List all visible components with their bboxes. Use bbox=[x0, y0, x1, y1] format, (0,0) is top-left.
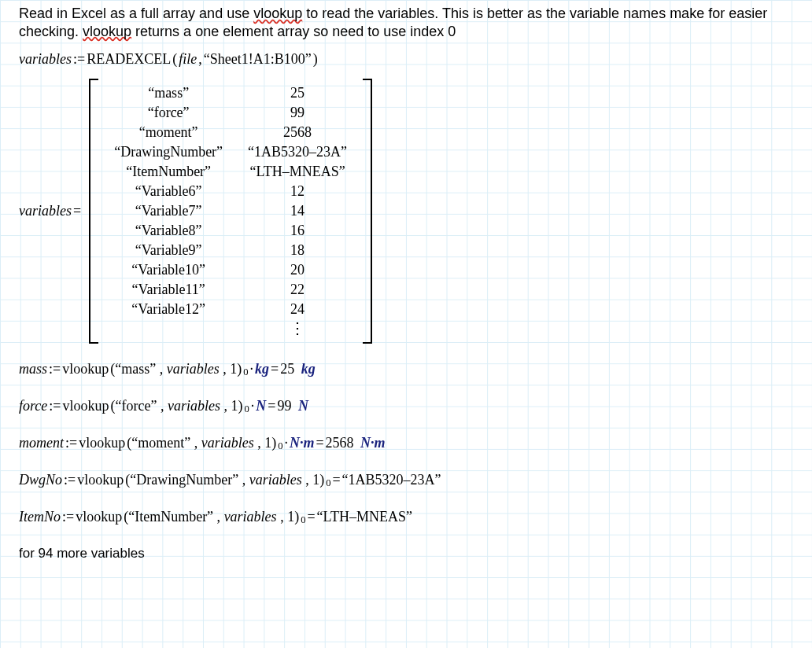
value: 99 bbox=[277, 398, 291, 414]
var-moment: moment bbox=[19, 435, 64, 451]
matrix-cell-value: 25 bbox=[235, 83, 360, 103]
subscript: 0 bbox=[243, 366, 248, 378]
region-dwgno[interactable]: DwgNo := vlookup (“DrawingNumber” , vari… bbox=[19, 472, 804, 488]
func-vlookup: vlookup bbox=[76, 509, 122, 525]
matrix-row: “Variable12”24 bbox=[102, 300, 360, 319]
unit-kg-result: kg bbox=[301, 361, 316, 377]
args: (“mass” , variables , 1) bbox=[110, 361, 242, 377]
args: (“moment” , variables , 1) bbox=[127, 435, 276, 451]
paren-close: ) bbox=[313, 51, 318, 68]
intro-part3: returns a one element array so need to u… bbox=[131, 24, 456, 39]
unit-n: N bbox=[256, 398, 266, 414]
args: (“ItemNumber” , variables , 1) bbox=[124, 509, 299, 525]
matrix-row: “DrawingNumber”“1AB5320–23A” bbox=[102, 142, 360, 162]
bracket-left bbox=[89, 79, 98, 344]
line-moment: moment := vlookup (“moment” , variables … bbox=[19, 435, 386, 451]
dot-op: · bbox=[251, 398, 255, 414]
matrix-row: “moment”2568 bbox=[102, 123, 360, 142]
region-mass[interactable]: mass := vlookup (“mass” , variables , 1)… bbox=[19, 361, 804, 377]
matrix-cell-name: “Variable9” bbox=[102, 241, 235, 260]
matrix-cell-value: 14 bbox=[235, 201, 360, 221]
worksheet-page: Read in Excel as a full array and use vl… bbox=[0, 0, 812, 569]
func-vlookup: vlookup bbox=[77, 472, 124, 488]
subscript: 0 bbox=[278, 440, 282, 452]
value: “1AB5320–23A” bbox=[342, 472, 441, 488]
spellcheck-word-2: vlookup bbox=[83, 24, 131, 39]
assign-op: := bbox=[64, 472, 76, 488]
matrix-cell-name: “Variable12” bbox=[102, 300, 235, 319]
comma: , bbox=[198, 51, 202, 68]
matrix-cell-name: “Variable6” bbox=[102, 182, 235, 201]
var-variables-eval: variables bbox=[19, 203, 72, 219]
region-moment[interactable]: moment := vlookup (“moment” , variables … bbox=[19, 435, 804, 451]
matrix-bracket: “mass”25“force”99“moment”2568“DrawingNum… bbox=[89, 79, 372, 344]
eq-op: = bbox=[268, 398, 275, 414]
matrix-cell-value: 2568 bbox=[235, 123, 360, 142]
matrix-row: “Variable10”20 bbox=[102, 260, 360, 280]
value: “LTH–MNEAS” bbox=[317, 509, 412, 525]
line-dwgno: DwgNo := vlookup (“DrawingNumber” , vari… bbox=[19, 472, 441, 488]
matrix-cell-name: “force” bbox=[102, 103, 235, 123]
arg-range: “Sheet1!A1:B100” bbox=[204, 51, 312, 68]
matrix-body: “mass”25“force”99“moment”2568“DrawingNum… bbox=[102, 83, 360, 339]
args: (“force” , variables , 1) bbox=[111, 398, 243, 414]
matrix-cell-name: “Variable7” bbox=[102, 201, 235, 221]
unit-nm: N·m bbox=[290, 435, 315, 451]
readexcel-expression: variables := READEXCEL ( file , “Sheet1!… bbox=[19, 51, 318, 68]
assign-op: := bbox=[73, 51, 85, 68]
matrix-cell-name: “DrawingNumber” bbox=[102, 142, 235, 162]
matrix-row: “Variable6”12 bbox=[102, 182, 360, 201]
eq-op: = bbox=[316, 435, 323, 451]
var-variables: variables bbox=[19, 51, 72, 68]
func-vlookup: vlookup bbox=[79, 435, 125, 451]
matrix-row: “force”99 bbox=[102, 103, 360, 123]
matrix-cell-value: 24 bbox=[235, 300, 360, 319]
matrix-cell-name: “moment” bbox=[102, 123, 235, 142]
func-vlookup: vlookup bbox=[62, 361, 109, 377]
matrix-cell-value: 22 bbox=[235, 280, 360, 300]
arg-file: file bbox=[179, 51, 197, 68]
matrix-cell-value: 99 bbox=[235, 103, 360, 123]
matrix-cell-name: “Variable10” bbox=[102, 260, 235, 280]
var-mass: mass bbox=[19, 361, 47, 377]
value: 2568 bbox=[326, 435, 354, 451]
func-vlookup: vlookup bbox=[62, 398, 109, 414]
subscript: 0 bbox=[301, 514, 305, 526]
region-itemno[interactable]: ItemNo := vlookup (“ItemNumber” , variab… bbox=[19, 509, 804, 525]
matrix-row: “ItemNumber”“LTH–MNEAS” bbox=[102, 162, 360, 182]
matrix-cell-value: 16 bbox=[235, 221, 360, 241]
matrix-row: “Variable9”18 bbox=[102, 241, 360, 260]
footer-note: for 94 more variables bbox=[19, 546, 804, 561]
line-force: force := vlookup (“force” , variables , … bbox=[19, 398, 308, 414]
intro-text: Read in Excel as a full array and use vl… bbox=[19, 5, 804, 40]
eq-op: = bbox=[307, 509, 315, 525]
subscript: 0 bbox=[326, 477, 330, 489]
dot-op: · bbox=[249, 361, 253, 377]
matrix-row: “Variable8”16 bbox=[102, 221, 360, 241]
assign-op: := bbox=[62, 509, 74, 525]
region-variables-matrix[interactable]: variables = “mass”25“force”99“moment”256… bbox=[19, 79, 372, 344]
matrix-cell-value: “LTH–MNEAS” bbox=[235, 162, 360, 182]
subscript: 0 bbox=[244, 403, 249, 415]
matrix-cell-name: “ItemNumber” bbox=[102, 162, 235, 182]
unit-nm-result: N·m bbox=[360, 435, 386, 451]
var-itemno: ItemNo bbox=[19, 509, 61, 525]
region-force[interactable]: force := vlookup (“force” , variables , … bbox=[19, 398, 804, 414]
matrix-cell-value: 20 bbox=[235, 260, 360, 280]
var-dwgno: DwgNo bbox=[19, 472, 62, 488]
matrix-cell-value: 12 bbox=[235, 182, 360, 201]
bracket-right bbox=[363, 79, 372, 344]
args: (“DrawingNumber” , variables , 1) bbox=[125, 472, 324, 488]
region-readexcel[interactable]: variables := READEXCEL ( file , “Sheet1!… bbox=[19, 51, 804, 68]
assign-op: := bbox=[49, 361, 61, 377]
matrix-lhs: variables = bbox=[19, 203, 81, 219]
line-itemno: ItemNo := vlookup (“ItemNumber” , variab… bbox=[19, 509, 412, 525]
matrix-row-vdots: ⋮ bbox=[102, 319, 360, 339]
func-readexcel: READEXCEL bbox=[87, 51, 171, 68]
matrix-cell-name: “Variable11” bbox=[102, 280, 235, 300]
var-force: force bbox=[19, 398, 47, 414]
matrix-row: “mass”25 bbox=[102, 83, 360, 103]
value: 25 bbox=[280, 361, 294, 377]
unit-kg: kg bbox=[255, 361, 269, 377]
dot-op: · bbox=[284, 435, 288, 451]
